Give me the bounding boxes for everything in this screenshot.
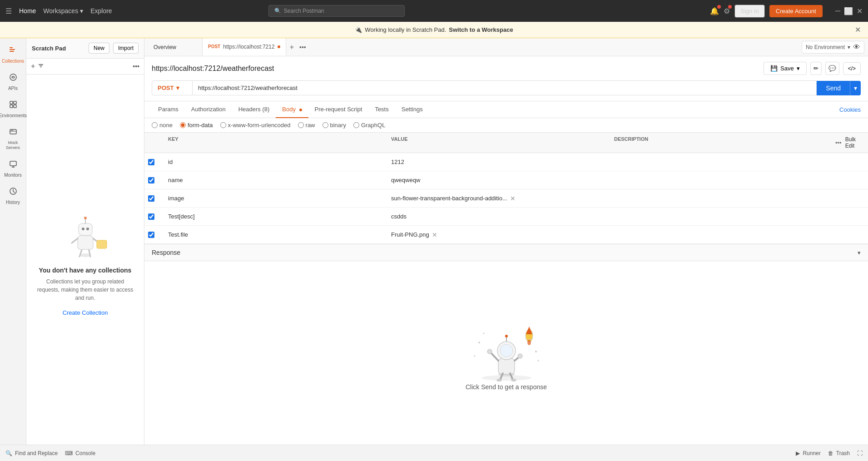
environment-selector[interactable]: No Environment ▾ 👁 <box>802 41 864 54</box>
form-data-section: KEY VALUE DESCRIPTION ••• Bulk Edit id 1… <box>144 133 868 244</box>
nav-explore[interactable]: Explore <box>90 7 112 15</box>
tab-pre-request-script[interactable]: Pre-request Script <box>308 101 369 118</box>
sidebar-item-environments[interactable]: Environments <box>1 96 25 122</box>
menu-icon[interactable]: ☰ <box>5 7 12 15</box>
console-button[interactable]: ⌨ Console <box>65 450 95 456</box>
tab-body[interactable]: Body <box>276 101 308 118</box>
remove-file-icon[interactable]: ✕ <box>432 231 437 238</box>
bottom-right-actions: ▶ Runner 🗑 Trash ⛶ <box>796 450 863 456</box>
expand-button[interactable]: ⛶ <box>857 450 863 456</box>
tab-overview-label: Overview <box>154 44 176 50</box>
radio-raw[interactable] <box>298 122 304 128</box>
scratch-pad-title: Scratch Pad <box>32 45 66 52</box>
url-input[interactable] <box>193 80 817 95</box>
search-box[interactable]: 🔍 Search Postman <box>268 5 405 17</box>
body-option-raw[interactable]: raw <box>298 122 315 129</box>
edit-button[interactable]: ✏ <box>810 62 822 75</box>
svg-rect-7 <box>14 105 16 108</box>
key-cell: Test.file <box>163 228 386 241</box>
body-dot <box>299 109 302 111</box>
bell-icon[interactable]: 🔔 <box>710 7 719 15</box>
svg-point-27 <box>82 228 84 230</box>
sidebar-item-history[interactable]: History <box>1 183 25 208</box>
cookies-link[interactable]: Cookies <box>839 106 861 113</box>
svg-point-30 <box>84 217 87 219</box>
minimize-icon[interactable]: ─ <box>835 7 840 15</box>
tab-tests[interactable]: Tests <box>368 101 395 118</box>
body-option-binary[interactable]: binary <box>322 122 346 129</box>
env-settings-icon[interactable]: 👁 <box>853 43 860 51</box>
environments-label: Environments <box>0 113 27 118</box>
banner-close-icon[interactable]: ✕ <box>855 25 861 34</box>
find-replace-button[interactable]: 🔍 Find and Replace <box>5 450 58 456</box>
svg-rect-8 <box>10 129 16 134</box>
save-button[interactable]: 💾 Save ▾ <box>764 62 807 75</box>
body-option-none[interactable]: none <box>152 122 173 129</box>
tab-bar: Overview POST https://localhost:7212 + •… <box>144 38 868 56</box>
tab-authorization[interactable]: Authorization <box>185 101 232 118</box>
create-account-button[interactable]: Create Account <box>769 5 823 17</box>
add-tab-icon[interactable]: + <box>286 41 298 53</box>
radio-binary[interactable] <box>322 122 328 128</box>
maximize-icon[interactable]: ⬜ <box>844 7 853 15</box>
sidebar-item-apis[interactable]: APIs <box>1 69 25 94</box>
save-label: Save <box>780 65 794 72</box>
table-row: Test[desc] csdds <box>144 208 868 226</box>
sidebar-item-monitors[interactable]: Monitors <box>1 156 25 181</box>
tab-post-request[interactable]: POST https://localhost:7212 <box>203 38 286 56</box>
switch-workspace-link[interactable]: Switch to a Workspace <box>449 26 513 33</box>
doc-button[interactable]: 💬 <box>825 62 839 75</box>
row-checkbox[interactable] <box>148 159 154 165</box>
radio-none[interactable] <box>152 122 158 128</box>
runner-icon: ▶ <box>796 450 800 456</box>
svg-point-3 <box>10 74 16 80</box>
svg-point-39 <box>496 379 502 382</box>
close-icon[interactable]: ✕ <box>857 7 863 15</box>
trash-button[interactable]: 🗑 Trash <box>828 450 850 456</box>
tab-params[interactable]: Params <box>152 101 185 118</box>
send-dropdown-icon[interactable]: ▾ <box>850 81 861 95</box>
body-option-form-data[interactable]: form-data <box>180 122 213 129</box>
tab-settings[interactable]: Settings <box>395 101 429 118</box>
body-option-url-encoded[interactable]: x-www-form-urlencoded <box>220 122 291 129</box>
create-collection-link[interactable]: Create Collection <box>63 309 108 316</box>
scratch-pad-toolbar: + ••• <box>26 59 144 74</box>
code-button[interactable]: </> <box>843 62 861 75</box>
new-button[interactable]: New <box>89 43 109 54</box>
main-layout: Collections APIs Environments Mock Serve… <box>0 38 868 445</box>
svg-rect-25 <box>97 240 107 248</box>
desc-column-header: DESCRIPTION <box>609 133 832 153</box>
radio-form-data[interactable] <box>180 122 186 128</box>
import-button[interactable]: Import <box>113 43 139 54</box>
sign-in-button[interactable]: Sign In <box>734 5 764 18</box>
filter-icon[interactable] <box>38 63 44 70</box>
more-tabs-icon[interactable]: ••• <box>299 44 306 51</box>
sidebar-item-mock-servers[interactable]: Mock Servers <box>1 124 25 154</box>
send-button[interactable]: Send ▾ <box>817 81 861 95</box>
tab-overview[interactable]: Overview <box>148 38 203 56</box>
row-checkbox[interactable] <box>148 213 154 220</box>
empty-title: You don't have any collections <box>39 267 132 274</box>
radio-graphql[interactable] <box>353 122 359 128</box>
row-checkbox[interactable] <box>148 195 154 202</box>
bulk-edit-button[interactable]: Bulk Edit <box>845 136 864 149</box>
request-method-row: POST ▾ Send ▾ <box>152 80 861 95</box>
more-options-icon[interactable]: ••• <box>835 139 842 146</box>
nav-workspaces[interactable]: Workspaces ▾ <box>43 7 83 15</box>
sidebar-item-collections[interactable]: Collections <box>1 42 25 67</box>
save-chevron-icon: ▾ <box>797 65 800 72</box>
gear-icon[interactable]: ⚙ <box>724 7 730 15</box>
remove-file-icon[interactable]: ✕ <box>510 195 516 202</box>
add-collection-icon[interactable]: + <box>31 62 35 70</box>
response-header[interactable]: Response ▾ <box>144 244 868 261</box>
more-options-icon[interactable]: ••• <box>133 63 139 70</box>
runner-button[interactable]: ▶ Runner <box>796 450 820 456</box>
row-checkbox[interactable] <box>148 232 154 238</box>
tab-headers[interactable]: Headers (8) <box>232 101 276 118</box>
row-checkbox[interactable] <box>148 177 154 183</box>
method-select[interactable]: POST ▾ <box>152 80 193 95</box>
nav-home[interactable]: Home <box>19 7 36 15</box>
body-option-graphql[interactable]: GraphQL <box>353 122 385 129</box>
radio-url-encoded[interactable] <box>220 122 226 128</box>
svg-rect-0 <box>10 47 13 48</box>
